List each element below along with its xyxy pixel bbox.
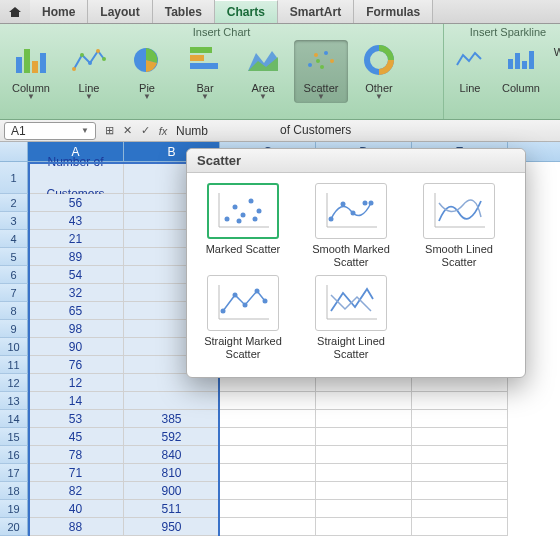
cell[interactable]	[220, 464, 316, 482]
cell[interactable]	[316, 446, 412, 464]
row-header[interactable]: 13	[0, 392, 28, 410]
chart-bar-button[interactable]: Bar ▼	[178, 40, 232, 103]
cell[interactable]	[412, 464, 508, 482]
row-header[interactable]: 10	[0, 338, 28, 356]
row-header[interactable]: 12	[0, 374, 28, 392]
row-header[interactable]: 16	[0, 446, 28, 464]
row-header[interactable]: 2	[0, 194, 28, 212]
cell[interactable]: 592	[124, 428, 220, 446]
cell[interactable]	[220, 500, 316, 518]
row-header[interactable]: 14	[0, 410, 28, 428]
chart-column-button[interactable]: Column ▼	[4, 40, 58, 103]
cell[interactable]: 82	[28, 482, 124, 500]
row-header[interactable]: 9	[0, 320, 28, 338]
row-header[interactable]: 11	[0, 356, 28, 374]
cell[interactable]	[412, 446, 508, 464]
cell[interactable]: 12	[28, 374, 124, 392]
cell[interactable]: 810	[124, 464, 220, 482]
cell[interactable]: 56	[28, 194, 124, 212]
tab-tables[interactable]: Tables	[153, 0, 215, 23]
cell[interactable]	[316, 500, 412, 518]
row-header[interactable]: 8	[0, 302, 28, 320]
cell[interactable]: 98	[28, 320, 124, 338]
cell[interactable]: 21	[28, 230, 124, 248]
cell[interactable]	[220, 410, 316, 428]
row-header[interactable]: 18	[0, 482, 28, 500]
chart-area-button[interactable]: Area ▼	[236, 40, 290, 103]
row-header[interactable]: 7	[0, 284, 28, 302]
option-marked-scatter[interactable]: Marked Scatter	[193, 183, 293, 269]
cell[interactable]: 54	[28, 266, 124, 284]
accept-entry-icon[interactable]: ✓	[136, 124, 154, 137]
cell[interactable]: 43	[28, 212, 124, 230]
cell[interactable]: 88	[28, 518, 124, 536]
cell[interactable]: 14	[28, 392, 124, 410]
cell[interactable]: 53	[28, 410, 124, 428]
tab-charts[interactable]: Charts	[215, 0, 278, 23]
sparkline-winloss-button[interactable]: W	[550, 40, 560, 60]
cell[interactable]: 45	[28, 428, 124, 446]
cell[interactable]	[220, 518, 316, 536]
cell[interactable]	[316, 410, 412, 428]
fx-icon[interactable]: fx	[154, 125, 172, 137]
sparkline-line-button[interactable]: Line	[448, 40, 492, 96]
cell[interactable]	[412, 500, 508, 518]
cell[interactable]	[316, 428, 412, 446]
row-header[interactable]: 20	[0, 518, 28, 536]
home-icon[interactable]	[0, 0, 30, 23]
cell[interactable]	[220, 428, 316, 446]
cell[interactable]	[316, 482, 412, 500]
cell[interactable]: 90	[28, 338, 124, 356]
chart-other-button[interactable]: Other ▼	[352, 40, 406, 103]
cell[interactable]: 40	[28, 500, 124, 518]
tab-layout[interactable]: Layout	[88, 0, 152, 23]
cell[interactable]: 71	[28, 464, 124, 482]
cell[interactable]	[412, 392, 508, 410]
cell[interactable]: 840	[124, 446, 220, 464]
sparkline-column-button[interactable]: Column	[496, 40, 546, 96]
cell[interactable]	[316, 464, 412, 482]
cell[interactable]	[412, 428, 508, 446]
tab-smartart[interactable]: SmartArt	[278, 0, 354, 23]
cell[interactable]: 65	[28, 302, 124, 320]
option-smooth-marked-scatter[interactable]: Smooth Marked Scatter	[301, 183, 401, 269]
option-smooth-lined-scatter[interactable]: Smooth Lined Scatter	[409, 183, 509, 269]
cell[interactable]	[220, 392, 316, 410]
cell[interactable]	[316, 518, 412, 536]
formula-text[interactable]: Numb	[176, 124, 208, 138]
cell[interactable]	[124, 392, 220, 410]
cell-a1[interactable]: Number of Customers	[28, 162, 124, 194]
cell[interactable]: 78	[28, 446, 124, 464]
row-header[interactable]: 1	[0, 162, 28, 194]
chart-line-button[interactable]: Line ▼	[62, 40, 116, 103]
cell[interactable]: 89	[28, 248, 124, 266]
cell[interactable]: 32	[28, 284, 124, 302]
row-header[interactable]: 6	[0, 266, 28, 284]
cell[interactable]: 76	[28, 356, 124, 374]
select-all-corner[interactable]	[0, 142, 28, 161]
row-header[interactable]: 5	[0, 248, 28, 266]
chart-scatter-button[interactable]: Scatter ▼	[294, 40, 348, 103]
cell[interactable]	[316, 392, 412, 410]
cell[interactable]	[412, 410, 508, 428]
cell[interactable]	[220, 446, 316, 464]
option-straight-marked-scatter[interactable]: Straight Marked Scatter	[193, 275, 293, 361]
tab-home[interactable]: Home	[30, 0, 88, 23]
row-header[interactable]: 3	[0, 212, 28, 230]
row-header[interactable]: 15	[0, 428, 28, 446]
cell[interactable]	[412, 518, 508, 536]
row-header[interactable]: 17	[0, 464, 28, 482]
option-straight-lined-scatter[interactable]: Straight Lined Scatter	[301, 275, 401, 361]
name-box[interactable]: A1 ▼	[4, 122, 96, 140]
cell[interactable]: 511	[124, 500, 220, 518]
cell[interactable]: 385	[124, 410, 220, 428]
row-header[interactable]: 4	[0, 230, 28, 248]
cell[interactable]	[412, 482, 508, 500]
reference-tools-icon[interactable]: ⊞	[100, 124, 118, 137]
cancel-entry-icon[interactable]: ✕	[118, 124, 136, 137]
row-header[interactable]: 19	[0, 500, 28, 518]
tab-formulas[interactable]: Formulas	[354, 0, 433, 23]
cell[interactable]	[220, 482, 316, 500]
cell[interactable]: 950	[124, 518, 220, 536]
cell[interactable]: 900	[124, 482, 220, 500]
